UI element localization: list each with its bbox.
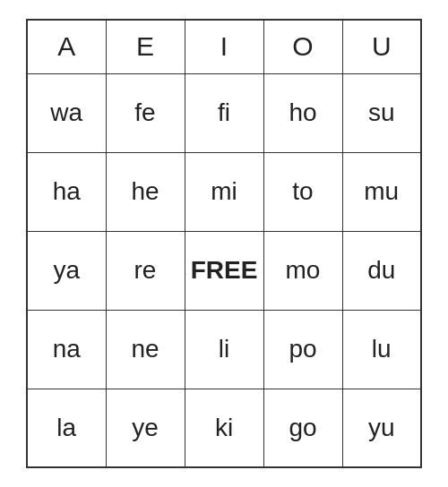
cell-2-1: re: [106, 231, 185, 310]
cell-2-4: du: [342, 231, 421, 310]
cell-2-0: ya: [27, 231, 106, 310]
table-row: na ne li po lu: [27, 310, 421, 389]
cell-0-4: su: [342, 73, 421, 152]
cell-4-0: la: [27, 389, 106, 467]
cell-4-3: go: [263, 389, 342, 467]
cell-3-4: lu: [342, 310, 421, 389]
cell-3-3: po: [263, 310, 342, 389]
cell-4-2: ki: [185, 389, 263, 467]
cell-0-3: ho: [263, 73, 342, 152]
table-row: la ye ki go yu: [27, 389, 421, 467]
cell-3-2: li: [185, 310, 263, 389]
cell-1-4: mu: [342, 152, 421, 231]
cell-4-4: yu: [342, 389, 421, 467]
header-i: I: [185, 20, 263, 73]
table-row: ha he mi to mu: [27, 152, 421, 231]
cell-2-3: mo: [263, 231, 342, 310]
cell-1-3: to: [263, 152, 342, 231]
cell-3-0: na: [27, 310, 106, 389]
table-row: wa fe fi ho su: [27, 73, 421, 152]
cell-1-2: mi: [185, 152, 263, 231]
header-row: A E I O U: [27, 20, 421, 73]
header-o: O: [263, 20, 342, 73]
free-cell: FREE: [185, 231, 263, 310]
header-e: E: [106, 20, 185, 73]
cell-1-1: he: [106, 152, 185, 231]
cell-0-1: fe: [106, 73, 185, 152]
cell-3-1: ne: [106, 310, 185, 389]
cell-4-1: ye: [106, 389, 185, 467]
header-a: A: [27, 20, 106, 73]
bingo-card: A E I O U wa fe fi ho su ha he mi to mu: [26, 19, 422, 468]
cell-1-0: ha: [27, 152, 106, 231]
cell-0-0: wa: [27, 73, 106, 152]
table-row: ya re FREE mo du: [27, 231, 421, 310]
cell-0-2: fi: [185, 73, 263, 152]
header-u: U: [342, 20, 421, 73]
bingo-table: A E I O U wa fe fi ho su ha he mi to mu: [26, 19, 422, 468]
